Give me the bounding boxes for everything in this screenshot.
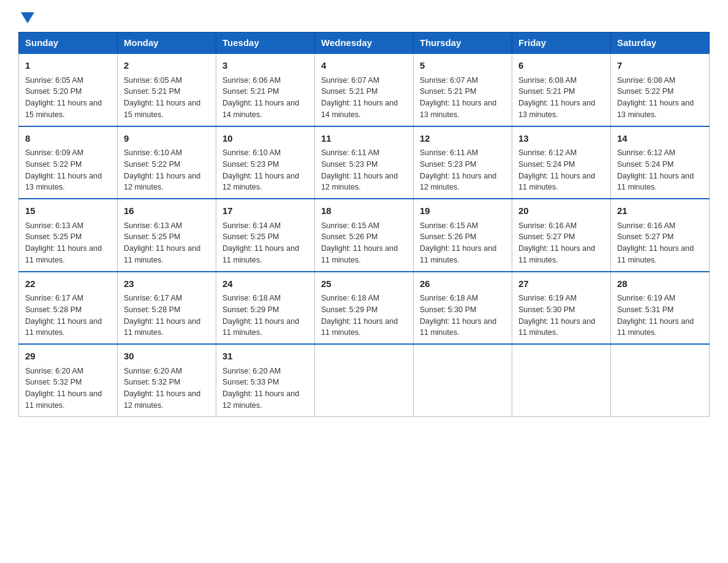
day-number: 5 (420, 59, 506, 73)
column-header-tuesday: Tuesday (216, 33, 315, 54)
sunrise-text: Sunrise: 6:11 AM (321, 148, 379, 157)
calendar-cell: 19Sunrise: 6:15 AMSunset: 5:26 PMDayligh… (414, 199, 512, 272)
sunset-text: Sunset: 5:27 PM (617, 232, 673, 241)
sunset-text: Sunset: 5:23 PM (222, 160, 279, 169)
calendar-cell: 12Sunrise: 6:11 AMSunset: 5:23 PMDayligh… (414, 126, 512, 199)
svg-marker-0 (21, 12, 34, 23)
daylight-text: Daylight: 11 hours and 11 minutes. (222, 244, 299, 264)
daylight-text: Daylight: 11 hours and 11 minutes. (25, 317, 102, 337)
day-number: 4 (321, 59, 407, 73)
daylight-text: Daylight: 11 hours and 11 minutes. (617, 317, 694, 337)
daylight-text: Daylight: 11 hours and 15 minutes. (25, 99, 102, 119)
sunrise-text: Sunrise: 6:19 AM (518, 294, 577, 302)
calendar-cell: 23Sunrise: 6:17 AMSunset: 5:28 PMDayligh… (118, 272, 216, 345)
column-header-wednesday: Wednesday (315, 33, 414, 54)
calendar-cell: 24Sunrise: 6:18 AMSunset: 5:29 PMDayligh… (216, 272, 315, 345)
sunrise-text: Sunrise: 6:05 AM (124, 76, 182, 85)
sunrise-text: Sunrise: 6:17 AM (124, 294, 182, 302)
sunset-text: Sunset: 5:31 PM (617, 305, 673, 314)
sunrise-text: Sunrise: 6:06 AM (222, 76, 281, 85)
sunrise-text: Sunrise: 6:14 AM (222, 221, 281, 230)
calendar-table: SundayMondayTuesdayWednesdayThursdayFrid… (18, 32, 710, 417)
sunrise-text: Sunrise: 6:19 AM (617, 294, 675, 302)
daylight-text: Daylight: 11 hours and 11 minutes. (617, 172, 694, 192)
calendar-cell: 25Sunrise: 6:18 AMSunset: 5:29 PMDayligh… (315, 272, 414, 345)
daylight-text: Daylight: 11 hours and 15 minutes. (124, 99, 200, 119)
calendar-cell: 6Sunrise: 6:08 AMSunset: 5:21 PMDaylight… (512, 53, 611, 126)
day-number: 31 (222, 350, 308, 364)
day-number: 28 (617, 277, 703, 291)
sunrise-text: Sunrise: 6:10 AM (124, 148, 182, 157)
calendar-week-row: 29Sunrise: 6:20 AMSunset: 5:32 PMDayligh… (19, 344, 710, 416)
day-number: 21 (617, 204, 703, 218)
column-header-friday: Friday (512, 33, 611, 54)
column-header-sunday: Sunday (19, 33, 118, 54)
day-number: 7 (617, 59, 703, 73)
sunset-text: Sunset: 5:20 PM (25, 87, 82, 96)
calendar-cell: 4Sunrise: 6:07 AMSunset: 5:21 PMDaylight… (315, 53, 414, 126)
calendar-cell: 15Sunrise: 6:13 AMSunset: 5:25 PMDayligh… (19, 199, 118, 272)
daylight-text: Daylight: 11 hours and 11 minutes. (124, 317, 200, 337)
day-number: 10 (222, 132, 308, 146)
column-header-monday: Monday (118, 33, 216, 54)
sunset-text: Sunset: 5:24 PM (617, 160, 673, 169)
sunset-text: Sunset: 5:27 PM (518, 232, 575, 241)
daylight-text: Daylight: 11 hours and 11 minutes. (420, 317, 496, 337)
day-number: 25 (321, 277, 407, 291)
day-number: 30 (124, 350, 210, 364)
calendar-week-row: 15Sunrise: 6:13 AMSunset: 5:25 PMDayligh… (19, 199, 710, 272)
sunset-text: Sunset: 5:25 PM (222, 232, 279, 241)
calendar-cell: 1Sunrise: 6:05 AMSunset: 5:20 PMDaylight… (19, 53, 118, 126)
sunrise-text: Sunrise: 6:15 AM (321, 221, 379, 230)
calendar-cell: 26Sunrise: 6:18 AMSunset: 5:30 PMDayligh… (414, 272, 512, 345)
sunrise-text: Sunrise: 6:07 AM (321, 76, 379, 85)
day-number: 6 (518, 59, 604, 73)
calendar-cell: 21Sunrise: 6:16 AMSunset: 5:27 PMDayligh… (611, 199, 710, 272)
calendar-week-row: 8Sunrise: 6:09 AMSunset: 5:22 PMDaylight… (19, 126, 710, 199)
sunset-text: Sunset: 5:25 PM (25, 232, 82, 241)
logo (18, 12, 34, 26)
sunset-text: Sunset: 5:26 PM (420, 232, 476, 241)
calendar-cell: 11Sunrise: 6:11 AMSunset: 5:23 PMDayligh… (315, 126, 414, 199)
calendar-cell: 2Sunrise: 6:05 AMSunset: 5:21 PMDaylight… (118, 53, 216, 126)
daylight-text: Daylight: 11 hours and 12 minutes. (321, 172, 398, 192)
daylight-text: Daylight: 11 hours and 11 minutes. (124, 244, 200, 264)
sunrise-text: Sunrise: 6:18 AM (222, 294, 281, 302)
sunrise-text: Sunrise: 6:08 AM (518, 76, 577, 85)
calendar-cell (512, 344, 611, 416)
daylight-text: Daylight: 11 hours and 11 minutes. (25, 244, 102, 264)
sunrise-text: Sunrise: 6:08 AM (617, 76, 675, 85)
sunrise-text: Sunrise: 6:16 AM (518, 221, 577, 230)
page-header (18, 12, 710, 26)
day-number: 8 (25, 132, 111, 146)
sunset-text: Sunset: 5:21 PM (321, 87, 377, 96)
sunset-text: Sunset: 5:22 PM (617, 87, 673, 96)
sunset-text: Sunset: 5:32 PM (25, 378, 82, 386)
calendar-cell: 22Sunrise: 6:17 AMSunset: 5:28 PMDayligh… (19, 272, 118, 345)
day-number: 17 (222, 204, 308, 218)
day-number: 22 (25, 277, 111, 291)
daylight-text: Daylight: 11 hours and 12 minutes. (124, 172, 200, 192)
sunset-text: Sunset: 5:28 PM (25, 305, 82, 314)
day-number: 11 (321, 132, 407, 146)
calendar-cell: 30Sunrise: 6:20 AMSunset: 5:32 PMDayligh… (118, 344, 216, 416)
day-number: 1 (25, 59, 111, 73)
column-header-saturday: Saturday (611, 33, 710, 54)
sunset-text: Sunset: 5:29 PM (321, 305, 377, 314)
day-number: 3 (222, 59, 308, 73)
sunrise-text: Sunrise: 6:07 AM (420, 76, 478, 85)
calendar-cell: 14Sunrise: 6:12 AMSunset: 5:24 PMDayligh… (611, 126, 710, 199)
day-number: 29 (25, 350, 111, 364)
calendar-week-row: 22Sunrise: 6:17 AMSunset: 5:28 PMDayligh… (19, 272, 710, 345)
day-number: 24 (222, 277, 308, 291)
day-number: 9 (124, 132, 210, 146)
calendar-cell (414, 344, 512, 416)
sunset-text: Sunset: 5:23 PM (321, 160, 377, 169)
day-number: 13 (518, 132, 604, 146)
sunrise-text: Sunrise: 6:13 AM (124, 221, 182, 230)
sunset-text: Sunset: 5:25 PM (124, 232, 180, 241)
logo-triangle-icon (21, 12, 34, 23)
sunset-text: Sunset: 5:33 PM (222, 378, 279, 386)
calendar-cell: 28Sunrise: 6:19 AMSunset: 5:31 PMDayligh… (611, 272, 710, 345)
calendar-week-row: 1Sunrise: 6:05 AMSunset: 5:20 PMDaylight… (19, 53, 710, 126)
